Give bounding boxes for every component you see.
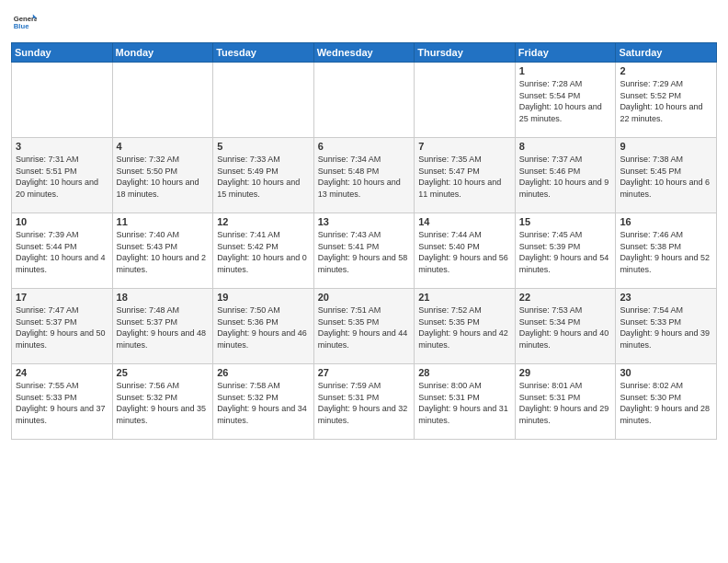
day-number: 21 — [418, 292, 511, 303]
day-cell: 20Sunrise: 7:51 AMSunset: 5:35 PMDayligh… — [313, 289, 415, 364]
day-info: Sunrise: 7:51 AMSunset: 5:35 PMDaylight:… — [318, 304, 411, 350]
week-row-4: 17Sunrise: 7:47 AMSunset: 5:37 PMDayligh… — [12, 289, 717, 364]
day-cell — [213, 63, 314, 138]
day-cell: 13Sunrise: 7:43 AMSunset: 5:41 PMDayligh… — [313, 213, 415, 289]
day-info: Sunrise: 8:02 AMSunset: 5:30 PMDaylight:… — [620, 380, 712, 426]
day-cell: 3Sunrise: 7:31 AMSunset: 5:51 PMDaylight… — [12, 138, 113, 213]
header-row: SundayMondayTuesdayWednesdayThursdayFrid… — [12, 43, 717, 63]
day-info: Sunrise: 7:58 AMSunset: 5:32 PMDaylight:… — [217, 380, 310, 426]
day-cell: 29Sunrise: 8:01 AMSunset: 5:31 PMDayligh… — [515, 364, 616, 440]
day-info: Sunrise: 7:34 AMSunset: 5:48 PMDaylight:… — [318, 154, 411, 200]
day-cell — [415, 63, 516, 138]
day-number: 20 — [318, 292, 411, 303]
day-cell: 19Sunrise: 7:50 AMSunset: 5:36 PMDayligh… — [213, 289, 314, 364]
day-number: 6 — [318, 141, 411, 152]
day-cell: 7Sunrise: 7:35 AMSunset: 5:47 PMDaylight… — [415, 138, 516, 213]
day-info: Sunrise: 7:41 AMSunset: 5:42 PMDaylight:… — [217, 229, 310, 275]
day-cell: 25Sunrise: 7:56 AMSunset: 5:32 PMDayligh… — [112, 364, 213, 440]
day-number: 7 — [418, 141, 511, 152]
header-day-wednesday: Wednesday — [313, 43, 415, 63]
day-number: 22 — [519, 292, 612, 303]
day-cell: 12Sunrise: 7:41 AMSunset: 5:42 PMDayligh… — [213, 213, 314, 289]
day-info: Sunrise: 7:39 AMSunset: 5:44 PMDaylight:… — [16, 229, 108, 275]
day-cell: 6Sunrise: 7:34 AMSunset: 5:48 PMDaylight… — [313, 138, 415, 213]
week-row-3: 10Sunrise: 7:39 AMSunset: 5:44 PMDayligh… — [12, 213, 717, 289]
day-info: Sunrise: 8:01 AMSunset: 5:31 PMDaylight:… — [519, 380, 612, 426]
day-cell: 2Sunrise: 7:29 AMSunset: 5:52 PMDaylight… — [616, 63, 717, 138]
day-cell: 10Sunrise: 7:39 AMSunset: 5:44 PMDayligh… — [12, 213, 113, 289]
day-cell: 21Sunrise: 7:52 AMSunset: 5:35 PMDayligh… — [415, 289, 516, 364]
day-info: Sunrise: 7:56 AMSunset: 5:32 PMDaylight:… — [117, 380, 210, 426]
day-info: Sunrise: 7:28 AMSunset: 5:54 PMDaylight:… — [519, 78, 612, 124]
day-number: 18 — [117, 292, 210, 303]
day-info: Sunrise: 7:32 AMSunset: 5:50 PMDaylight:… — [117, 154, 210, 200]
week-row-2: 3Sunrise: 7:31 AMSunset: 5:51 PMDaylight… — [12, 138, 717, 213]
logo-icon: General Blue — [11, 9, 37, 35]
day-info: Sunrise: 7:54 AMSunset: 5:33 PMDaylight:… — [620, 304, 712, 350]
day-info: Sunrise: 7:40 AMSunset: 5:43 PMDaylight:… — [117, 229, 210, 275]
day-info: Sunrise: 7:44 AMSunset: 5:40 PMDaylight:… — [418, 229, 511, 275]
day-cell: 26Sunrise: 7:58 AMSunset: 5:32 PMDayligh… — [213, 364, 314, 440]
day-info: Sunrise: 7:50 AMSunset: 5:36 PMDaylight:… — [217, 304, 310, 350]
day-number: 8 — [519, 141, 612, 152]
day-number: 9 — [620, 141, 712, 152]
day-cell: 23Sunrise: 7:54 AMSunset: 5:33 PMDayligh… — [616, 289, 717, 364]
day-info: Sunrise: 7:53 AMSunset: 5:34 PMDaylight:… — [519, 304, 612, 350]
day-cell: 27Sunrise: 7:59 AMSunset: 5:31 PMDayligh… — [313, 364, 415, 440]
day-number: 30 — [620, 367, 712, 378]
day-number: 25 — [117, 367, 210, 378]
header: General Blue — [11, 9, 717, 35]
day-cell: 18Sunrise: 7:48 AMSunset: 5:37 PMDayligh… — [112, 289, 213, 364]
day-info: Sunrise: 7:55 AMSunset: 5:33 PMDaylight:… — [16, 380, 108, 426]
calendar-header: SundayMondayTuesdayWednesdayThursdayFrid… — [12, 43, 717, 63]
day-number: 1 — [519, 65, 612, 76]
day-cell: 28Sunrise: 8:00 AMSunset: 5:31 PMDayligh… — [415, 364, 516, 440]
header-day-monday: Monday — [112, 43, 213, 63]
day-cell — [112, 63, 213, 138]
day-number: 23 — [620, 292, 712, 303]
day-number: 19 — [217, 292, 310, 303]
day-info: Sunrise: 7:47 AMSunset: 5:37 PMDaylight:… — [16, 304, 108, 350]
day-number: 10 — [16, 216, 108, 227]
day-cell: 8Sunrise: 7:37 AMSunset: 5:46 PMDaylight… — [515, 138, 616, 213]
day-number: 5 — [217, 141, 310, 152]
day-info: Sunrise: 7:43 AMSunset: 5:41 PMDaylight:… — [318, 229, 411, 275]
day-cell: 4Sunrise: 7:32 AMSunset: 5:50 PMDaylight… — [112, 138, 213, 213]
day-number: 17 — [16, 292, 108, 303]
day-number: 16 — [620, 216, 712, 227]
day-info: Sunrise: 7:48 AMSunset: 5:37 PMDaylight:… — [117, 304, 210, 350]
day-number: 13 — [318, 216, 411, 227]
day-number: 15 — [519, 216, 612, 227]
day-info: Sunrise: 8:00 AMSunset: 5:31 PMDaylight:… — [418, 380, 511, 426]
header-day-tuesday: Tuesday — [213, 43, 314, 63]
day-cell: 9Sunrise: 7:38 AMSunset: 5:45 PMDaylight… — [616, 138, 717, 213]
day-cell: 30Sunrise: 8:02 AMSunset: 5:30 PMDayligh… — [616, 364, 717, 440]
day-info: Sunrise: 7:29 AMSunset: 5:52 PMDaylight:… — [620, 78, 712, 124]
day-number: 29 — [519, 367, 612, 378]
day-cell: 14Sunrise: 7:44 AMSunset: 5:40 PMDayligh… — [415, 213, 516, 289]
svg-text:Blue: Blue — [14, 22, 29, 30]
day-cell: 17Sunrise: 7:47 AMSunset: 5:37 PMDayligh… — [12, 289, 113, 364]
header-day-thursday: Thursday — [415, 43, 516, 63]
day-number: 12 — [217, 216, 310, 227]
header-day-saturday: Saturday — [616, 43, 717, 63]
day-number: 26 — [217, 367, 310, 378]
day-number: 4 — [117, 141, 210, 152]
day-info: Sunrise: 7:35 AMSunset: 5:47 PMDaylight:… — [418, 154, 511, 200]
day-number: 24 — [16, 367, 108, 378]
day-info: Sunrise: 7:52 AMSunset: 5:35 PMDaylight:… — [418, 304, 511, 350]
day-info: Sunrise: 7:33 AMSunset: 5:49 PMDaylight:… — [217, 154, 310, 200]
day-number: 11 — [117, 216, 210, 227]
header-day-sunday: Sunday — [12, 43, 113, 63]
calendar-container: General Blue SundayMondayTuesdayWednesda… — [0, 0, 728, 563]
calendar-body: 1Sunrise: 7:28 AMSunset: 5:54 PMDaylight… — [12, 63, 717, 440]
day-info: Sunrise: 7:37 AMSunset: 5:46 PMDaylight:… — [519, 154, 612, 200]
day-number: 27 — [318, 367, 411, 378]
day-cell — [313, 63, 415, 138]
day-number: 2 — [620, 65, 712, 76]
week-row-5: 24Sunrise: 7:55 AMSunset: 5:33 PMDayligh… — [12, 364, 717, 440]
week-row-1: 1Sunrise: 7:28 AMSunset: 5:54 PMDaylight… — [12, 63, 717, 138]
day-cell: 5Sunrise: 7:33 AMSunset: 5:49 PMDaylight… — [213, 138, 314, 213]
day-cell: 11Sunrise: 7:40 AMSunset: 5:43 PMDayligh… — [112, 213, 213, 289]
header-day-friday: Friday — [515, 43, 616, 63]
